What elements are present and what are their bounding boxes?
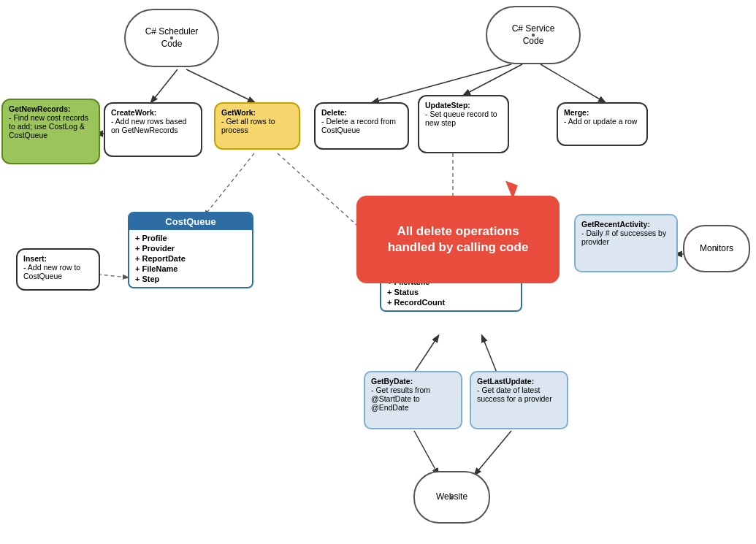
get-new-records-box: GetNewRecords: - Find new cost records t… [1, 99, 100, 164]
delete-box: Delete: - Delete a record from CostQueue [314, 102, 409, 150]
get-last-update-box: GetLastUpdate: - Get date of latest succ… [470, 371, 568, 429]
scheduler-cloud: C# Scheduler Code [124, 9, 219, 67]
monitors-cloud: Monitors [683, 225, 750, 272]
delete-note-bubble: All delete operationshandled by calling … [356, 196, 560, 283]
get-recent-activity-box: GetRecentActivity: - Daily # of successe… [574, 214, 678, 272]
svg-line-0 [151, 69, 177, 102]
get-work-box: GetWork: - Get all rows to process [214, 102, 300, 150]
svg-line-4 [541, 64, 605, 102]
cost-queue-table: CostQueue + Profile + Provider + ReportD… [128, 212, 253, 288]
svg-line-11 [482, 336, 497, 372]
website-cloud: Website [413, 471, 490, 524]
svg-line-13 [475, 431, 511, 475]
get-by-date-box: GetByDate: - Get results from @StartDate… [364, 371, 462, 429]
svg-line-3 [464, 64, 522, 95]
diagram: C# Scheduler Code C# Service Code GetNew… [0, 0, 756, 544]
svg-line-12 [414, 431, 438, 475]
svg-line-1 [186, 69, 254, 102]
svg-line-10 [414, 336, 438, 372]
service-cloud: C# Service Code [486, 6, 581, 64]
svg-line-6 [205, 153, 254, 215]
create-work-box: CreateWork: - Add new rows based on GetN… [104, 102, 202, 157]
insert-box: Insert: - Add new row to CostQueue [16, 248, 100, 291]
update-step-box: UpdateStep: - Set queue record to new st… [418, 95, 509, 153]
merge-box: Merge: - Add or update a row [557, 102, 648, 146]
